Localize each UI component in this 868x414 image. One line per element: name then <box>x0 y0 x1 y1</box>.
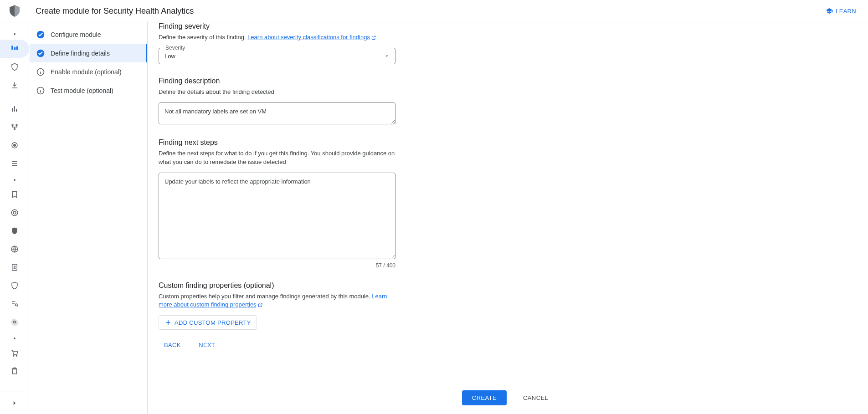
next-steps-textarea[interactable] <box>159 173 395 259</box>
bar-chart-icon <box>10 105 19 113</box>
page-footer: CREATE CANCEL <box>148 381 868 414</box>
description-textarea[interactable] <box>159 102 395 124</box>
search-list-icon <box>10 300 19 308</box>
severity-title: Finding severity <box>159 22 857 31</box>
severity-select-wrap: Severity Low <box>159 48 395 64</box>
svg-point-12 <box>13 211 16 214</box>
step-nav: BACK NEXT <box>159 338 857 352</box>
svg-point-8 <box>14 128 15 130</box>
severity-select[interactable]: Low <box>159 48 395 64</box>
next-steps-desc: Define the next steps for what to do if … <box>159 149 395 166</box>
description-title: Finding description <box>159 77 857 85</box>
create-button[interactable]: CREATE <box>462 390 507 405</box>
svg-rect-5 <box>16 109 17 112</box>
next-steps-textarea-wrap: 57 / 400 <box>159 173 395 269</box>
target-icon <box>10 209 19 217</box>
svg-point-11 <box>11 210 18 216</box>
rail-expand-button[interactable] <box>5 392 24 414</box>
severity-learn-link[interactable]: Learn about severity classifications for… <box>247 34 376 41</box>
rail-badge[interactable] <box>5 259 24 276</box>
description-desc: Define the details about the finding det… <box>159 88 395 96</box>
step-enable-module[interactable]: Enable module (optional) <box>30 62 147 81</box>
description-textarea-wrap <box>159 102 395 126</box>
rail-scan[interactable] <box>5 137 24 153</box>
shield-outline-icon <box>10 63 19 71</box>
custom-props-desc-text: Custom properties help you filter and ma… <box>159 293 372 300</box>
clipboard-icon <box>10 367 19 375</box>
severity-link-text: Learn about severity classifications for… <box>247 34 370 41</box>
plus-icon <box>164 319 172 326</box>
add-custom-property-button[interactable]: ADD CUSTOM PROPERTY <box>159 315 257 330</box>
rail-shield2[interactable] <box>5 277 24 294</box>
rail-shield[interactable] <box>5 59 24 75</box>
back-button[interactable]: BACK <box>159 338 186 352</box>
rail-section-dot-2 <box>14 179 15 181</box>
rail-shield-solid[interactable] <box>5 223 24 239</box>
settings-icon <box>10 318 19 326</box>
cart-icon <box>10 349 19 357</box>
add-custom-property-label: ADD CUSTOM PROPERTY <box>175 319 251 326</box>
rail-tree[interactable] <box>5 119 24 135</box>
stepper-sidebar: Configure module Define finding details … <box>30 22 148 414</box>
rail-chart[interactable] <box>5 101 24 117</box>
globe-icon <box>10 245 19 253</box>
chevron-right-icon <box>10 399 19 407</box>
svg-point-19 <box>16 355 17 356</box>
tree-icon <box>10 123 19 131</box>
rail-clipboard[interactable] <box>5 363 24 379</box>
rail-cart[interactable] <box>5 345 24 361</box>
section-custom-properties: Custom finding properties (optional) Cus… <box>159 281 857 352</box>
page-title: Create module for Security Health Analyt… <box>29 6 821 16</box>
rail-globe[interactable] <box>5 241 24 257</box>
rail-target[interactable] <box>5 204 24 221</box>
download-icon <box>10 81 19 89</box>
external-link-icon <box>370 35 376 41</box>
check-circle-icon <box>35 29 46 40</box>
learn-button[interactable]: LEARN <box>821 5 861 17</box>
id-badge-icon <box>10 263 19 271</box>
severity-float-label: Severity <box>163 45 187 51</box>
rail-bookmark[interactable] <box>5 186 24 203</box>
eye-scan-icon <box>10 141 19 149</box>
shield-logo-icon <box>10 5 20 17</box>
rail-section-dot-3 <box>14 337 15 339</box>
page-header: Create module for Security Health Analyt… <box>0 0 868 22</box>
main-content: Finding severity Define the severity of … <box>148 22 868 381</box>
rail-list[interactable] <box>5 155 24 172</box>
custom-props-title: Custom finding properties (optional) <box>159 281 857 290</box>
svg-point-10 <box>13 144 15 147</box>
step-label: Enable module (optional) <box>51 68 122 76</box>
step-test-module[interactable]: Test module (optional) <box>30 81 147 100</box>
step-label: Configure module <box>51 31 101 38</box>
custom-props-desc: Custom properties help you filter and ma… <box>159 292 395 309</box>
svg-point-15 <box>14 266 15 267</box>
svg-rect-1 <box>14 47 15 50</box>
severity-desc: Define the severity of this finding. Lea… <box>159 33 395 41</box>
graduation-cap-icon <box>826 7 833 15</box>
rail-search-list[interactable] <box>5 296 24 312</box>
rail-settings[interactable] <box>5 314 24 330</box>
step-define-finding-details[interactable]: Define finding details <box>30 44 147 62</box>
svg-rect-4 <box>14 106 15 112</box>
svg-rect-0 <box>11 46 13 50</box>
rail-dashboard[interactable] <box>5 41 24 57</box>
svg-point-18 <box>13 355 14 356</box>
rail-download[interactable] <box>5 77 24 93</box>
section-finding-severity: Finding severity Define the severity of … <box>159 22 857 64</box>
next-button[interactable]: NEXT <box>193 338 221 352</box>
step-label: Define finding details <box>51 50 110 57</box>
step-label: Test module (optional) <box>51 87 113 94</box>
svg-point-6 <box>12 124 13 126</box>
severity-value: Low <box>164 53 175 60</box>
info-circle-icon <box>35 66 46 77</box>
left-nav-rail <box>0 22 29 414</box>
dashboard-icon <box>10 45 19 53</box>
next-steps-char-count: 57 / 400 <box>159 262 395 269</box>
step-configure-module[interactable]: Configure module <box>30 25 147 44</box>
learn-label: LEARN <box>836 8 856 15</box>
shield-solid-icon <box>10 227 19 235</box>
cancel-button[interactable]: CANCEL <box>518 390 554 405</box>
section-finding-next-steps: Finding next steps Define the next steps… <box>159 138 857 268</box>
svg-rect-2 <box>16 46 18 50</box>
shield-outline2-icon <box>10 281 19 290</box>
